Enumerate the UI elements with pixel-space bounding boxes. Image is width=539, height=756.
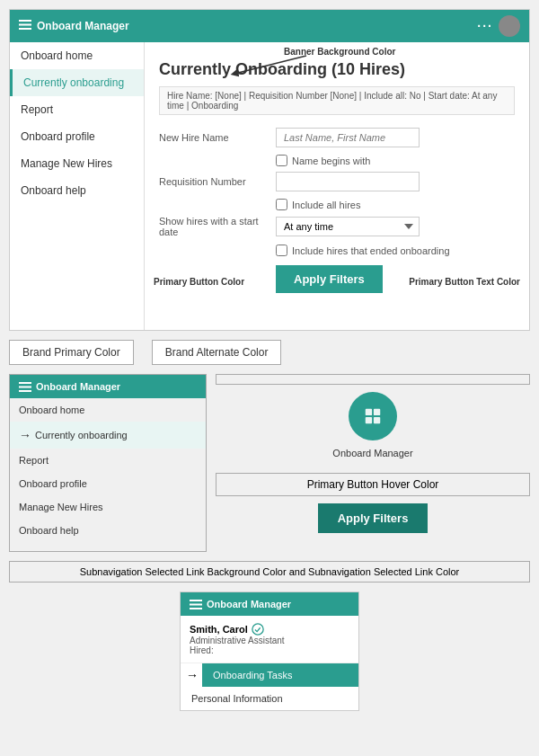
name-begins-label: Name begins with bbox=[292, 156, 370, 166]
req-number-row: Requisition Number bbox=[159, 172, 515, 191]
include-ended-row: Include hires that ended onboarding bbox=[276, 245, 515, 256]
svg-rect-1 bbox=[19, 24, 31, 26]
brand-icon-app-name: Onboard Manager bbox=[332, 448, 412, 458]
include-all-label: Include all hires bbox=[292, 200, 360, 210]
svg-rect-11 bbox=[190, 600, 202, 601]
person-name-text: Smith, Carol bbox=[190, 624, 248, 635]
name-begins-checkbox[interactable] bbox=[276, 155, 287, 166]
mini-nav-onboard-profile[interactable]: Onboard profile bbox=[10, 472, 206, 495]
include-ended-checkbox[interactable] bbox=[276, 245, 287, 256]
apply-filters-button[interactable]: Apply Filters bbox=[276, 265, 383, 293]
subnav-app-title: Onboard Manager bbox=[207, 599, 291, 609]
person-name: Smith, Carol bbox=[190, 623, 349, 636]
svg-rect-5 bbox=[19, 386, 31, 387]
sidebar-item-report[interactable]: Report bbox=[10, 96, 144, 123]
start-date-select[interactable]: At any time bbox=[276, 217, 420, 236]
new-hire-label: New Hire Name bbox=[159, 132, 276, 143]
subnav-hamburger-icon bbox=[190, 600, 202, 609]
svg-rect-2 bbox=[19, 28, 31, 30]
include-ended-label: Include hires that ended onboarding bbox=[292, 245, 450, 256]
svg-rect-0 bbox=[19, 20, 31, 22]
check-circle-icon bbox=[252, 623, 264, 636]
hover-btn-section: Primary Button Hover Color Apply Filters bbox=[216, 473, 530, 533]
filter-bar: Hire Name: [None] | Requisition Number [… bbox=[159, 86, 515, 115]
mini-nav-manage-new-hires[interactable]: Manage New Hires bbox=[10, 495, 206, 519]
sidebar-item-onboard-home[interactable]: Onboard home bbox=[10, 42, 144, 69]
subnav-arrow-indicator: → bbox=[186, 668, 199, 682]
page-title: Currently Onboarding (10 Hires) bbox=[159, 60, 515, 79]
app-layout: Onboard home Currently onboarding Report… bbox=[10, 42, 529, 330]
onboard-icon bbox=[363, 406, 383, 426]
person-job-title: Administrative Assistant bbox=[190, 636, 349, 645]
svg-rect-13 bbox=[190, 608, 202, 609]
svg-rect-6 bbox=[19, 390, 31, 392]
new-hire-input[interactable] bbox=[276, 128, 420, 147]
subnav-personal-info[interactable]: Personal Information bbox=[181, 687, 358, 710]
app-topbar: Onboard Manager ··· bbox=[10, 10, 529, 42]
mini-app-title: Onboard Manager bbox=[36, 381, 120, 392]
sidebar-item-onboard-profile[interactable]: Onboard profile bbox=[10, 123, 144, 150]
dots-menu-icon[interactable]: ··· bbox=[477, 19, 493, 33]
main-panel: Currently Onboarding (10 Hires) Hire Nam… bbox=[145, 42, 529, 330]
svg-rect-9 bbox=[366, 417, 372, 423]
svg-rect-7 bbox=[366, 409, 372, 415]
subnav-onboarding-tasks[interactable]: Onboarding Tasks bbox=[202, 663, 358, 687]
new-hire-row: New Hire Name bbox=[159, 128, 515, 147]
banner-color-label: Banner Background Color bbox=[284, 47, 395, 57]
subnav-label: Subnavigation Selected Link Background C… bbox=[9, 561, 530, 583]
brand-alt-section: Onboard Manager Primary Button Hover Col… bbox=[216, 374, 530, 552]
svg-point-14 bbox=[252, 624, 263, 635]
hamburger-icon[interactable] bbox=[19, 20, 31, 32]
filter-form: New Hire Name Name begins with Requisiti… bbox=[159, 124, 515, 297]
subnav-box: Onboard Manager Smith, Carol Administrat… bbox=[180, 591, 359, 711]
person-hired: Hired: bbox=[190, 645, 349, 655]
avatar[interactable] bbox=[499, 15, 520, 37]
subnav-demo: Onboard Manager Smith, Carol Administrat… bbox=[9, 591, 530, 711]
person-card: Smith, Carol Administrative Assistant Hi… bbox=[181, 616, 358, 663]
mini-nav-currently-onboarding[interactable]: → Currently onboarding bbox=[10, 422, 206, 449]
subnav-items: → Onboarding Tasks Personal Information bbox=[181, 663, 358, 710]
sidebar: Onboard home Currently onboarding Report… bbox=[10, 42, 145, 330]
hover-btn-label: Primary Button Hover Color bbox=[216, 473, 530, 496]
sidebar-nav: Onboard home Currently onboarding Report… bbox=[10, 42, 144, 204]
start-date-row: Show hires with a start date At any time bbox=[159, 216, 515, 237]
brand-primary-box: Onboard Manager Onboard home → Currently… bbox=[9, 374, 207, 552]
labels-section: Brand Primary Color Brand Alternate Colo… bbox=[9, 340, 530, 365]
mini-nav-onboard-home[interactable]: Onboard home bbox=[10, 398, 206, 422]
brand-icon-circle bbox=[349, 392, 397, 440]
include-all-row: Include all hires bbox=[276, 199, 515, 210]
mini-nav: Onboard home → Currently onboarding Repo… bbox=[10, 398, 206, 542]
subnav-section: Subnavigation Selected Link Background C… bbox=[9, 561, 530, 711]
mini-sidebar-header: Onboard Manager bbox=[10, 375, 206, 398]
brand-primary-label-box: Brand Primary Color bbox=[9, 340, 134, 365]
mini-nav-onboard-help[interactable]: Onboard help bbox=[10, 519, 206, 542]
hover-apply-button[interactable]: Apply Filters bbox=[318, 503, 429, 533]
include-all-checkbox[interactable] bbox=[276, 199, 287, 210]
svg-rect-4 bbox=[19, 382, 31, 384]
brand-section: Onboard Manager Onboard home → Currently… bbox=[9, 374, 530, 552]
req-number-label: Requisition Number bbox=[159, 176, 276, 187]
brand-alt-label bbox=[216, 374, 530, 385]
arrow-indicator: → bbox=[19, 428, 31, 442]
svg-rect-10 bbox=[374, 417, 380, 423]
mini-hamburger-icon bbox=[19, 382, 31, 392]
sidebar-item-currently-onboarding[interactable]: Currently onboarding bbox=[10, 69, 144, 96]
main-screenshot: Onboard Manager ··· Onboard home Current… bbox=[9, 9, 530, 331]
svg-rect-12 bbox=[190, 603, 202, 605]
req-number-input[interactable] bbox=[276, 172, 420, 191]
app-title: Onboard Manager bbox=[37, 20, 129, 32]
subnav-header: Onboard Manager bbox=[181, 592, 358, 616]
name-begins-row: Name begins with bbox=[276, 155, 515, 166]
mini-nav-report[interactable]: Report bbox=[10, 449, 206, 472]
start-date-label: Show hires with a start date bbox=[159, 216, 276, 237]
sidebar-item-onboard-help[interactable]: Onboard help bbox=[10, 177, 144, 204]
svg-rect-8 bbox=[374, 409, 380, 415]
sidebar-item-manage-new-hires[interactable]: Manage New Hires bbox=[10, 150, 144, 177]
brand-alternate-label-box: Brand Alternate Color bbox=[152, 340, 282, 365]
